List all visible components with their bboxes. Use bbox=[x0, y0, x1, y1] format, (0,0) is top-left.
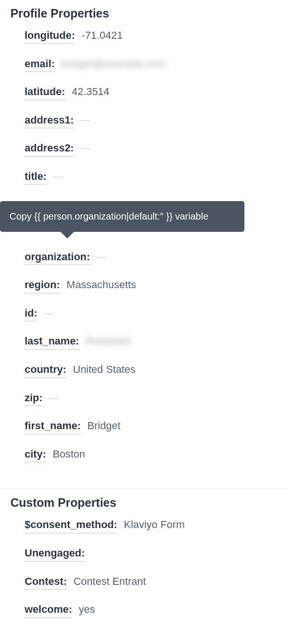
property-row-consent-method: $consent_method: Klaviyo Form bbox=[25, 518, 278, 533]
property-row-address1: address1: --- bbox=[25, 114, 278, 129]
property-value-first-name: Bridget bbox=[88, 419, 121, 433]
property-row-title: title: --- bbox=[25, 170, 278, 185]
property-label-city[interactable]: city: bbox=[25, 448, 46, 463]
custom-properties-section: Custom Properties $consent_method: Klavi… bbox=[0, 489, 288, 640]
property-value-longitude: -71.0421 bbox=[81, 29, 123, 43]
property-row-email: email: bridget@example.com bbox=[25, 57, 278, 72]
property-label-address1[interactable]: address1: bbox=[25, 114, 74, 129]
property-row-region: region: Massachusetts bbox=[25, 278, 278, 293]
property-value-latitude: 42.3514 bbox=[72, 85, 110, 99]
property-label-latitude[interactable]: latitude: bbox=[25, 85, 65, 100]
property-value-city: Boston bbox=[53, 448, 85, 461]
property-value-title: --- bbox=[53, 170, 63, 183]
property-row-address2: address2: --- bbox=[25, 141, 278, 157]
property-value-last-name: Redacted bbox=[86, 335, 130, 348]
property-row-organization: organization: --- bbox=[25, 250, 278, 265]
property-row-longitude: longitude: -71.0421 bbox=[25, 29, 278, 44]
property-label-email[interactable]: email: bbox=[25, 57, 55, 72]
property-label-address2[interactable]: address2: bbox=[25, 141, 74, 157]
property-value-address2: --- bbox=[81, 142, 90, 154]
profile-properties-section: Profile Properties longitude: -71.0421 e… bbox=[0, 0, 288, 485]
property-row-city: city: Boston bbox=[25, 448, 278, 463]
property-label-consent-method[interactable]: $consent_method: bbox=[25, 518, 117, 533]
custom-properties-title: Custom Properties bbox=[10, 496, 278, 510]
property-row-first-name: first_name: Bridget bbox=[25, 419, 278, 434]
property-label-first-name[interactable]: first_name: bbox=[25, 419, 81, 434]
property-label-region[interactable]: region: bbox=[25, 278, 60, 293]
tooltip-text: Copy {{ person.organization|default:'' }… bbox=[9, 211, 208, 221]
property-label-last-name[interactable]: last_name: bbox=[25, 335, 79, 350]
property-value-id: --- bbox=[44, 307, 54, 319]
property-row-country: country: United States bbox=[25, 363, 278, 378]
property-row-latitude: latitude: 42.3514 bbox=[25, 85, 278, 100]
property-value-contest: Contest Entrant bbox=[73, 575, 146, 589]
property-value-consent-method: Klaviyo Form bbox=[124, 518, 185, 532]
property-row-unengaged: Unengaged: bbox=[25, 547, 278, 562]
property-row-last-name: last_name: Redacted bbox=[25, 335, 278, 350]
property-label-organization[interactable]: organization: bbox=[25, 250, 90, 265]
property-value-zip: --- bbox=[49, 392, 59, 404]
property-value-address1: --- bbox=[81, 114, 90, 126]
property-row-id: id: --- bbox=[25, 307, 278, 322]
copy-variable-tooltip[interactable]: Copy {{ person.organization|default:'' }… bbox=[0, 201, 244, 232]
property-value-region: Massachusetts bbox=[67, 278, 136, 292]
property-value-welcome: yes bbox=[79, 603, 95, 617]
property-value-organization: --- bbox=[97, 251, 106, 263]
property-label-id[interactable]: id: bbox=[25, 307, 37, 322]
property-value-email: bridget@example.com bbox=[62, 57, 166, 71]
property-label-zip[interactable]: zip: bbox=[25, 391, 43, 406]
property-value-country: United States bbox=[73, 363, 135, 377]
property-label-longitude[interactable]: longitude: bbox=[25, 29, 75, 44]
property-row-welcome: welcome: yes bbox=[25, 603, 278, 618]
property-label-unengaged[interactable]: Unengaged: bbox=[25, 547, 85, 562]
property-label-contest[interactable]: Contest: bbox=[25, 575, 67, 590]
property-label-country[interactable]: country: bbox=[25, 363, 66, 378]
property-label-title[interactable]: title: bbox=[25, 170, 46, 185]
property-label-welcome[interactable]: welcome: bbox=[25, 603, 72, 618]
property-row-contest: Contest: Contest Entrant bbox=[25, 575, 278, 590]
property-row-zip: zip: --- bbox=[25, 391, 278, 406]
profile-properties-title: Profile Properties bbox=[10, 7, 278, 20]
